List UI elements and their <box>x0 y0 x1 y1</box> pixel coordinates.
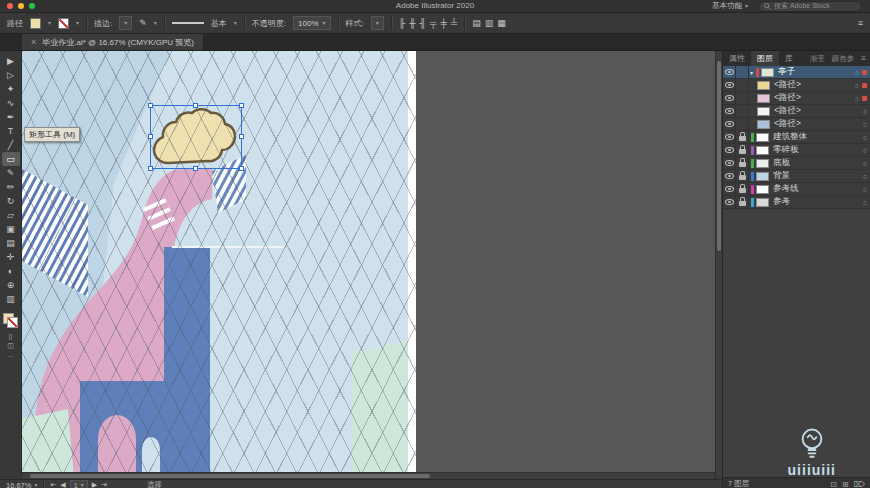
layer-name[interactable]: 参考 <box>773 196 863 208</box>
stock-search-input[interactable]: 搜索 Adobe Stock <box>758 1 862 12</box>
document-tab[interactable]: × 毕业作业.ai* @ 16.67% (CMYK/GPU 预览) <box>22 34 204 50</box>
panel-menu-icon[interactable]: ≡ <box>857 54 870 63</box>
magic-wand-tool[interactable]: ✦ <box>2 82 20 96</box>
selection-bounding-box[interactable] <box>150 105 242 169</box>
blend-tool[interactable]: ◐ <box>2 264 20 278</box>
drawing-mode-icon[interactable]: ▯ <box>9 333 13 340</box>
path-thumbnail[interactable] <box>757 81 770 90</box>
free-transform-tool[interactable]: ▣ <box>2 222 20 236</box>
lock-toggle[interactable] <box>736 131 749 143</box>
path-thumbnail[interactable] <box>757 107 770 116</box>
selection-handle[interactable] <box>239 103 244 108</box>
artboard-tool[interactable]: ▥ <box>2 292 20 306</box>
minimize-window-button[interactable] <box>18 3 24 9</box>
selection-handle[interactable] <box>193 103 198 108</box>
pathfinder-icon[interactable]: ▦ <box>497 19 506 28</box>
control-bar-menu-icon[interactable]: ≡ <box>858 19 863 28</box>
layer-row[interactable]: <路径> ○ <box>723 118 870 131</box>
fill-stroke-indicator[interactable] <box>3 313 18 328</box>
artboard-number-dropdown[interactable]: 1 ▾ <box>70 480 88 488</box>
mint-corner-shape[interactable] <box>22 409 74 479</box>
make-mask-icon[interactable]: ⊡ <box>830 480 837 488</box>
layer-row[interactable]: <路径> ○ <box>723 105 870 118</box>
selection-badge[interactable] <box>862 96 867 101</box>
stroke-color-swatch[interactable] <box>58 18 69 29</box>
visibility-toggle[interactable] <box>723 66 736 78</box>
tab-libraries[interactable]: 库 <box>779 51 799 66</box>
arch-shape[interactable] <box>98 415 136 479</box>
tab-properties[interactable]: 属性 <box>723 51 751 66</box>
horizontal-scrollbar[interactable] <box>22 472 715 479</box>
layer-row[interactable]: 底板 ○ <box>723 157 870 170</box>
rectangle-tool[interactable]: ▭ <box>2 152 20 166</box>
layer-name[interactable]: 底板 <box>773 157 863 169</box>
layer-name[interactable]: 亭子 <box>778 66 855 78</box>
lock-toggle[interactable] <box>736 196 749 208</box>
layer-row[interactable]: 参考线 ○ <box>723 183 870 196</box>
path-name[interactable]: <路径> <box>774 92 855 104</box>
last-artboard-button[interactable]: ⇥ <box>101 481 107 488</box>
layer-name[interactable]: 背景 <box>773 170 863 182</box>
layer-row[interactable]: 参考 ○ <box>723 196 870 209</box>
path-name[interactable]: <路径> <box>774 105 863 117</box>
layer-thumbnail[interactable] <box>756 198 769 207</box>
zoom-window-button[interactable] <box>29 3 35 9</box>
rotate-tool[interactable]: ↻ <box>2 194 20 208</box>
visibility-toggle[interactable] <box>723 157 736 169</box>
variable-width-profile[interactable] <box>172 22 204 24</box>
target-circle[interactable]: ○ <box>863 186 867 193</box>
path-thumbnail[interactable] <box>757 94 770 103</box>
previous-artboard-button[interactable]: ◀ <box>60 481 65 488</box>
lock-toggle[interactable] <box>736 157 749 169</box>
selection-handle[interactable] <box>148 134 153 139</box>
lock-toggle[interactable] <box>736 170 749 182</box>
pencil-tool[interactable]: ✏ <box>2 180 20 194</box>
lasso-tool[interactable]: ∿ <box>2 96 20 110</box>
align-middle-icon[interactable]: ╪ <box>440 19 446 28</box>
fill-chevron-icon[interactable]: ▾ <box>48 20 51 26</box>
layer-thumbnail[interactable] <box>756 172 769 181</box>
layer-row[interactable]: ▾ 亭子 ○ <box>723 66 870 79</box>
zoom-tool[interactable]: ⊕ <box>2 278 20 292</box>
eyedropper-tool[interactable]: ✛ <box>2 250 20 264</box>
layer-row[interactable]: <路径> ○ <box>723 79 870 92</box>
tab-gradient[interactable]: 渐变 <box>810 54 825 64</box>
selection-badge[interactable] <box>862 70 867 75</box>
target-circle[interactable]: ○ <box>863 121 867 128</box>
type-tool[interactable]: T <box>2 124 20 138</box>
tab-layers[interactable]: 图层 <box>751 51 779 66</box>
selection-handle[interactable] <box>239 134 244 139</box>
stroke-chevron-icon[interactable]: ▾ <box>76 20 79 26</box>
next-artboard-button[interactable]: ▶ <box>92 481 97 488</box>
close-window-button[interactable] <box>7 3 13 9</box>
layer-name[interactable]: 零碎板 <box>773 144 863 156</box>
transform-panel-icon[interactable]: ▤ <box>472 19 481 28</box>
zoom-dropdown[interactable]: 16.67% ▾ <box>6 481 37 488</box>
layer-name[interactable]: 建筑整体 <box>773 131 863 143</box>
align-top-icon[interactable]: ╤ <box>430 19 436 28</box>
blue-column-shape[interactable] <box>164 247 210 479</box>
layer-row[interactable]: 建筑整体 ○ <box>723 131 870 144</box>
align-right-icon[interactable]: ╢ <box>420 19 426 28</box>
lock-toggle[interactable] <box>736 183 749 195</box>
layer-row[interactable]: 背景 ○ <box>723 170 870 183</box>
selection-handle[interactable] <box>193 166 198 171</box>
layer-thumbnail[interactable] <box>756 133 769 142</box>
selection-handle[interactable] <box>239 166 244 171</box>
target-circle[interactable]: ○ <box>855 95 859 102</box>
visibility-toggle[interactable] <box>723 144 736 156</box>
layer-thumbnail[interactable] <box>761 68 774 77</box>
visibility-toggle[interactable] <box>723 79 736 91</box>
brush-definition-icon[interactable]: ✎ <box>139 19 147 28</box>
paintbrush-tool[interactable]: ✎ <box>2 166 20 180</box>
style-dropdown[interactable]: ▾ <box>371 16 384 30</box>
layer-row[interactable]: 零碎板 ○ <box>723 144 870 157</box>
close-tab-icon[interactable]: × <box>31 37 36 47</box>
target-circle[interactable]: ○ <box>863 147 867 154</box>
mint-right-shape[interactable] <box>352 341 408 479</box>
screen-mode-icon[interactable]: ◫ <box>7 342 14 349</box>
visibility-toggle[interactable] <box>723 92 736 104</box>
direct-selection-tool[interactable]: ▷ <box>2 68 20 82</box>
target-circle[interactable]: ○ <box>855 69 859 76</box>
layer-thumbnail[interactable] <box>756 185 769 194</box>
